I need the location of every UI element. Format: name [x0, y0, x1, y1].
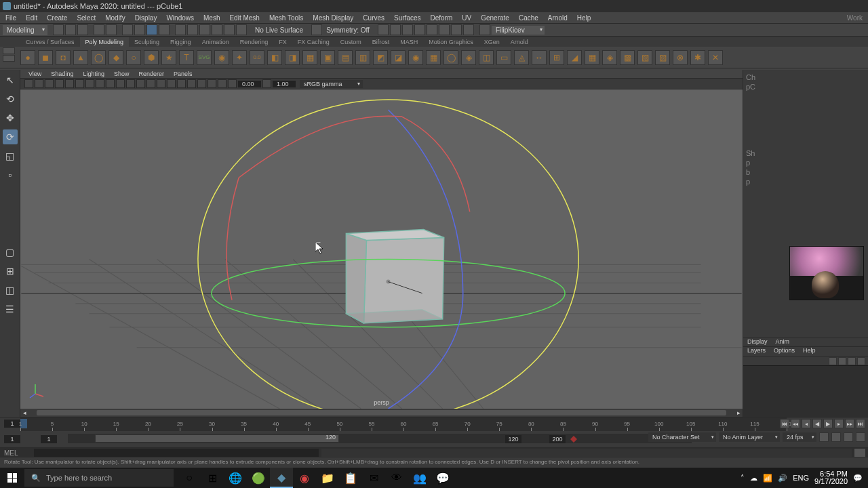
history-button[interactable] [378, 24, 389, 35]
select-tool[interactable]: ↖ [3, 73, 18, 87]
extrude-icon[interactable]: ▣ [320, 50, 335, 65]
select-hier-button[interactable] [134, 24, 145, 35]
ipr-button[interactable] [402, 24, 413, 35]
poly-superellipse-icon[interactable]: ★ [161, 50, 176, 65]
vp-safe-title[interactable] [126, 79, 135, 88]
subdiv-icon[interactable]: ▦ [426, 50, 441, 65]
planar-icon[interactable]: ▧ [637, 50, 652, 65]
play-forward-button[interactable]: ▶ [823, 419, 833, 428]
step-back-key-button[interactable]: ◂◂ [791, 419, 800, 428]
tray-clock[interactable]: 6:54 PM 9/17/2020 [814, 470, 848, 485]
menu-curves[interactable]: Curves [359, 14, 389, 22]
layer-new-selected[interactable] [857, 357, 865, 365]
menu-cache[interactable]: Cache [515, 14, 542, 22]
go-to-end-button[interactable]: ⏭ [856, 419, 865, 428]
symmetry-icon[interactable] [311, 24, 322, 35]
menu-help[interactable]: Help [573, 14, 595, 22]
symmetry-label[interactable]: Symmetry: Off [323, 26, 372, 34]
bevel-icon[interactable]: ▤ [338, 50, 353, 65]
vp-grid[interactable] [65, 79, 74, 88]
vp-view[interactable]: View [24, 70, 45, 77]
menu-mesh-display[interactable]: Mesh Display [309, 14, 357, 22]
vp-textured[interactable] [157, 79, 165, 88]
tray-cloud-icon[interactable]: ☁ [750, 474, 757, 483]
go-to-start-button[interactable]: ⏮ [780, 419, 789, 428]
last-tool[interactable]: ▫ [3, 167, 18, 182]
shelf-tab-rig[interactable]: Rigging [165, 37, 197, 47]
playback-prefs-button[interactable] [831, 432, 841, 442]
account-icon[interactable] [479, 24, 490, 35]
vp-xray[interactable] [208, 79, 216, 88]
task-view-icon[interactable]: ⊞ [201, 468, 224, 488]
vp-shading[interactable]: Shading [47, 70, 77, 77]
outliner-toggle-button[interactable]: ☰ [3, 302, 18, 317]
move-tool[interactable]: ✥ [3, 110, 18, 125]
vp-shadows[interactable] [177, 79, 186, 88]
select-mode-button[interactable] [122, 24, 133, 35]
vp-camera-select[interactable] [24, 79, 33, 88]
layer-move-up[interactable] [829, 357, 837, 365]
discord-icon[interactable]: 💬 [431, 468, 454, 488]
play-pause-button[interactable] [463, 24, 474, 35]
menu-windows[interactable]: Windows [162, 14, 198, 22]
shelf-mini-button[interactable] [3, 55, 15, 62]
xbox-icon[interactable]: 👁 [385, 468, 408, 488]
vp-gate-mask[interactable] [96, 79, 104, 88]
sculpt-geo-icon[interactable]: ◈ [602, 50, 617, 65]
crease-icon[interactable]: 0.0 [250, 50, 264, 65]
tray-lang[interactable]: ENG [793, 474, 809, 482]
mail-icon[interactable]: ✉ [362, 468, 385, 488]
single-pane-button[interactable]: ▢ [3, 245, 18, 260]
snap-curve-button[interactable] [187, 24, 198, 35]
menu-edit[interactable]: Edit [22, 14, 41, 22]
connect-icon[interactable]: ◬ [514, 50, 529, 65]
cylindrical-icon[interactable]: ▨ [655, 50, 670, 65]
four-pane-button[interactable]: ⊞ [3, 264, 18, 279]
target-weld-icon[interactable]: ◈ [461, 50, 476, 65]
vp-lighting[interactable]: Lighting [79, 70, 108, 77]
viewport[interactable]: persp [20, 89, 743, 409]
poly-sphere-icon[interactable]: ● [20, 50, 35, 65]
range-end-field[interactable]: 120 [505, 435, 521, 443]
menu-modify[interactable]: Modify [101, 14, 129, 22]
menu-mesh[interactable]: Mesh [199, 14, 224, 22]
substance-icon[interactable]: ◉ [293, 468, 316, 488]
cortana-icon[interactable]: ○ [178, 468, 201, 488]
layers-options[interactable]: Options [770, 347, 799, 356]
bool-union-icon[interactable]: ▦ [302, 50, 317, 65]
taskbar-search[interactable]: 🔍 Type here to search [24, 469, 174, 487]
shelf-tab-curves[interactable]: Curves / Surfaces [20, 37, 80, 47]
render-button[interactable] [390, 24, 401, 35]
layer-list[interactable] [743, 365, 868, 417]
poly-torus-icon[interactable]: ◯ [91, 50, 106, 65]
scroll-thumb[interactable] [37, 410, 726, 415]
vp-exposure-value[interactable]: 0.00 [238, 81, 261, 87]
crease-tool-icon[interactable]: ◢ [567, 50, 582, 65]
bridge-icon[interactable]: ▥ [355, 50, 370, 65]
step-forward-button[interactable]: ▸ [834, 419, 844, 428]
vp-res-gate[interactable] [85, 79, 94, 88]
vp-wire-shaded[interactable] [136, 79, 145, 88]
poly-plane-icon[interactable]: ◆ [108, 50, 123, 65]
shelf-tab-poly[interactable]: Poly Modeling [80, 37, 130, 47]
vp-2d-zoom[interactable] [55, 79, 64, 88]
snap-point-button[interactable] [199, 24, 210, 35]
multicut-icon[interactable]: ◫ [479, 50, 494, 65]
range-start-field[interactable]: 1 [4, 435, 20, 443]
shelf-tab-render[interactable]: Rendering [235, 37, 274, 47]
start-button[interactable] [0, 468, 24, 488]
shelf-tab-sculpt[interactable]: Sculpting [129, 37, 165, 47]
scroll-right-icon[interactable]: ▸ [734, 409, 743, 416]
vp-isolate[interactable] [218, 79, 226, 88]
poly-disc-icon[interactable]: ○ [126, 50, 141, 65]
select-comp-button[interactable] [159, 24, 170, 35]
pause-render-button[interactable] [439, 24, 450, 35]
vp-film-gate[interactable] [75, 79, 84, 88]
vp-bookmark[interactable] [35, 79, 43, 88]
poly-svg-icon[interactable]: SVG [197, 50, 212, 65]
tray-wifi-icon[interactable]: 📶 [763, 474, 772, 483]
new-scene-button[interactable] [53, 24, 64, 35]
rotate-tool[interactable]: ⟳ [3, 129, 18, 144]
chrome-icon[interactable]: 🟢 [247, 468, 270, 488]
range-min-field[interactable]: 1 [41, 435, 57, 443]
